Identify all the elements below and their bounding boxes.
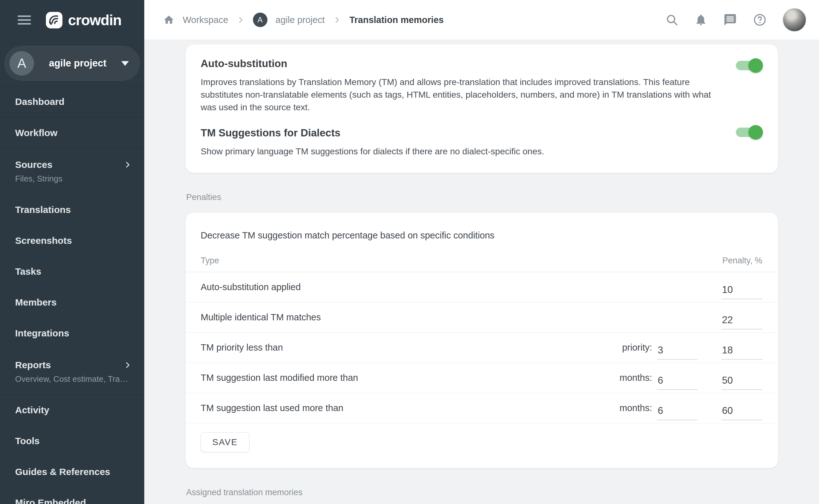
sidebar-item-screenshots[interactable]: Screenshots — [0, 225, 144, 256]
sidebar-item-members[interactable]: Members — [0, 287, 144, 318]
tm-settings-card: Auto-substitution Improves translations … — [186, 44, 778, 173]
penalty-input[interactable] — [721, 345, 762, 360]
assigned-section-label: Assigned translation memories — [186, 488, 778, 497]
project-selector[interactable]: A agile project — [4, 46, 140, 81]
sidebar-item-guides-references[interactable]: Guides & References — [0, 456, 144, 487]
table-row: TM suggestion last modified more than mo… — [186, 363, 778, 393]
column-header-penalty: Penalty, % — [721, 256, 762, 266]
sidebar-item-translations[interactable]: Translations — [0, 194, 144, 225]
column-header-type: Type — [201, 256, 721, 266]
auto-substitution-title: Auto-substitution — [201, 58, 724, 70]
penalty-input[interactable] — [721, 405, 762, 420]
penalties-section-label: Penalties — [186, 192, 778, 202]
auto-substitution-setting: Auto-substitution Improves translations … — [201, 58, 763, 114]
param-input[interactable] — [657, 405, 697, 420]
breadcrumb: Workspace A agile project Translation me… — [163, 13, 444, 27]
chevron-right-icon — [333, 16, 341, 24]
penalty-input[interactable] — [721, 375, 762, 390]
penalty-input[interactable] — [721, 314, 762, 329]
tm-dialects-toggle[interactable] — [736, 128, 760, 137]
main-content: Auto-substitution Improves translations … — [144, 40, 819, 504]
breadcrumb-project[interactable]: agile project — [276, 15, 325, 25]
penalties-card: Decrease TM suggestion match percentage … — [186, 213, 778, 468]
search-icon[interactable] — [665, 13, 679, 26]
caret-down-icon — [121, 61, 129, 66]
sidebar-header: crowdin — [0, 0, 144, 40]
header-actions — [665, 8, 806, 32]
tm-dialects-description: Show primary language TM suggestions for… — [201, 145, 724, 158]
sidebar-item-integrations[interactable]: Integrations — [0, 318, 144, 349]
sidebar-item-sources[interactable]: Sources Files, Strings — [0, 149, 144, 194]
top-header: Workspace A agile project Translation me… — [144, 0, 819, 40]
sidebar-menu: Dashboard Workflow Sources Files, String… — [0, 86, 144, 504]
table-row: Auto-substitution applied — [186, 272, 778, 302]
sidebar-item-tasks[interactable]: Tasks — [0, 256, 144, 287]
user-avatar[interactable] — [782, 8, 806, 32]
sidebar-item-workflow[interactable]: Workflow — [0, 117, 144, 148]
page-title: Translation memories — [349, 15, 444, 25]
param-label: priority: — [622, 342, 652, 353]
penalty-input[interactable] — [721, 284, 762, 299]
param-input[interactable] — [657, 345, 697, 360]
save-button[interactable]: SAVE — [201, 432, 249, 452]
auto-substitution-toggle[interactable] — [736, 61, 760, 70]
sidebar-item-miro-embedded[interactable]: Miro Embedded — [0, 487, 144, 504]
breadcrumb-workspace[interactable]: Workspace — [183, 15, 228, 25]
auto-substitution-description: Improves translations by Translation Mem… — [201, 76, 724, 114]
project-avatar: A — [9, 51, 34, 76]
breadcrumb-project-avatar: A — [253, 13, 267, 27]
sidebar-item-dashboard[interactable]: Dashboard — [0, 86, 144, 117]
help-icon[interactable] — [753, 13, 767, 27]
hamburger-menu-icon[interactable] — [18, 13, 31, 27]
chevron-right-icon — [123, 361, 132, 369]
chevron-right-icon — [123, 161, 132, 169]
table-row: TM priority less than priority: — [186, 333, 778, 363]
sidebar: crowdin A agile project Dashboard Workfl… — [0, 0, 144, 504]
tm-dialects-title: TM Suggestions for Dialects — [201, 127, 724, 139]
sidebar-item-tools[interactable]: Tools — [0, 426, 144, 456]
param-label: months: — [620, 403, 652, 413]
messages-icon[interactable] — [723, 13, 737, 27]
crowdin-logo[interactable]: crowdin — [45, 11, 121, 29]
crowdin-logo-icon — [45, 11, 63, 29]
notifications-bell-icon[interactable] — [694, 13, 707, 26]
chevron-right-icon — [237, 16, 245, 24]
project-name: agile project — [34, 58, 121, 69]
penalties-table-header: Type Penalty, % — [186, 256, 778, 272]
table-row: TM suggestion last used more than months… — [186, 393, 778, 423]
param-input[interactable] — [657, 375, 697, 390]
penalties-card-title: Decrease TM suggestion match percentage … — [186, 213, 778, 241]
table-row: Multiple identical TM matches — [186, 302, 778, 333]
sidebar-item-activity[interactable]: Activity — [0, 395, 144, 426]
param-label: months: — [620, 373, 652, 383]
tm-dialects-setting: TM Suggestions for Dialects Show primary… — [201, 127, 763, 158]
crowdin-logo-text: crowdin — [68, 12, 121, 29]
sidebar-item-reports[interactable]: Reports Overview, Cost estimate, Transl… — [0, 349, 144, 394]
home-icon[interactable] — [163, 14, 175, 26]
